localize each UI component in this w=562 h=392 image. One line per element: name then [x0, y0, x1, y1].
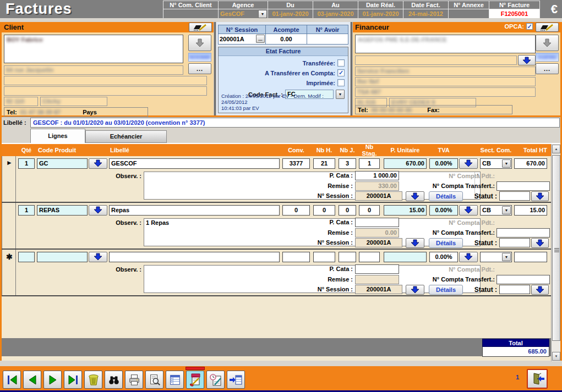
statut-arrow-button[interactable]	[531, 191, 549, 201]
total-ht-input[interactable]: 15.00	[514, 205, 547, 216]
session-arrow-button[interactable]	[406, 285, 424, 295]
conv-input[interactable]	[282, 252, 310, 262]
first-record-button[interactable]	[3, 371, 21, 389]
p-unitaire-input[interactable]	[384, 252, 427, 262]
client-city-field[interactable]: Clichy	[40, 97, 107, 106]
code-produit-arrow-button[interactable]	[89, 252, 107, 262]
tva-input[interactable]: 0.00%	[429, 252, 458, 262]
nb-h-input[interactable]: 0	[313, 205, 335, 216]
client-code-link[interactable]: NO03680	[188, 53, 211, 62]
tva-arrow-button[interactable]	[459, 158, 478, 169]
financeur-expand-button[interactable]	[536, 35, 559, 51]
session-value-field[interactable]: 200001A ...	[219, 34, 265, 45]
planning-button[interactable]	[206, 371, 225, 389]
exit-button[interactable]	[527, 369, 548, 389]
search-button[interactable]	[105, 371, 123, 389]
libelle-field[interactable]: GESCOF : du 01/01/2020 au 03/01/2020 (co…	[30, 118, 560, 128]
nb-j-input[interactable]: 0	[339, 205, 356, 216]
agence-select[interactable]: GesCOF ▼	[219, 9, 268, 19]
financeur-line3-field[interactable]: TSA 687	[355, 87, 536, 97]
p-unitaire-input[interactable]: 15.00	[384, 205, 427, 216]
client-browse-button[interactable]: ...	[188, 63, 211, 74]
client-edit-button[interactable]	[189, 23, 212, 32]
details-button[interactable]: Détails	[429, 238, 463, 248]
session-browse-button[interactable]: ...	[256, 35, 265, 43]
chevron-down-icon[interactable]: ▼	[258, 10, 267, 18]
client-address2-field[interactable]	[4, 76, 207, 85]
compta-transfert-input[interactable]	[496, 275, 550, 284]
code-produit-arrow-button[interactable]	[89, 158, 107, 169]
libelle-input[interactable]: Repas	[109, 205, 280, 216]
scrollbar-thumb[interactable]	[552, 155, 560, 341]
tva-input[interactable]: 0.00%	[429, 205, 458, 216]
statut-input[interactable]	[499, 285, 530, 294]
tva-input[interactable]: 0.00%	[429, 158, 458, 169]
avoir-value-field[interactable]	[307, 34, 348, 45]
num-annexe-value[interactable]	[449, 9, 489, 19]
goto-grid-button[interactable]	[227, 371, 245, 389]
au-value[interactable]: 03-janv-2020	[313, 9, 358, 19]
chevron-down-icon[interactable]: ▼	[502, 253, 511, 261]
qte-input[interactable]: 1	[18, 158, 35, 169]
qte-input[interactable]: 1	[18, 205, 35, 216]
transferee-checkbox[interactable]	[337, 59, 345, 67]
libelle-input[interactable]: GESCOF	[109, 158, 280, 169]
session-arrow-button[interactable]	[406, 191, 424, 201]
qte-input[interactable]	[18, 252, 35, 262]
p-cata-input[interactable]	[355, 264, 399, 274]
p-cata-input[interactable]	[355, 218, 399, 227]
nb-j-input[interactable]	[339, 252, 356, 262]
client-address-field[interactable]: 64 rue Jacquelin	[4, 65, 183, 75]
previous-record-button[interactable]	[23, 371, 41, 389]
p-cata-input[interactable]: 1 000.00	[355, 171, 399, 180]
total-ht-input[interactable]: 670.00	[514, 158, 547, 169]
financeur-code-link[interactable]: AGE092	[536, 53, 559, 62]
imprimee-checkbox[interactable]	[337, 79, 345, 86]
nb-stag-input[interactable]: 1	[359, 158, 380, 169]
total-ht-input[interactable]	[514, 252, 547, 262]
date-fact-value[interactable]: 24-mai-2012	[403, 9, 448, 19]
libelle-input[interactable]	[109, 252, 280, 262]
nb-stag-input[interactable]: 0	[359, 205, 380, 216]
code-produit-input[interactable]: GC	[37, 158, 88, 169]
row-selector[interactable]	[2, 203, 16, 249]
statut-input[interactable]	[499, 238, 530, 247]
financeur-line1-field[interactable]: Service Francilien	[355, 67, 536, 76]
details-button[interactable]: Détails	[429, 285, 463, 295]
session-arrow-button[interactable]	[406, 238, 424, 248]
p-unitaire-input[interactable]: 670.00	[384, 158, 427, 169]
compta-transfert-input[interactable]	[496, 228, 550, 238]
financeur-line2-field[interactable]: Rer Nef	[355, 77, 536, 86]
sect-com-select[interactable]: CB▼	[480, 158, 512, 169]
list-view-button[interactable]	[166, 371, 184, 389]
chevron-down-icon[interactable]: ▼	[502, 159, 511, 168]
nb-stag-input[interactable]	[359, 252, 380, 262]
nb-h-input[interactable]	[313, 252, 335, 262]
client-cp-field[interactable]: 92 110	[4, 97, 38, 106]
row-selector[interactable]: ✱	[2, 250, 16, 295]
date-real-value[interactable]: 01-janv-2020	[358, 9, 403, 19]
tab-lignes[interactable]: Lignes	[30, 129, 85, 143]
print-preview-button[interactable]	[145, 371, 163, 389]
next-record-button[interactable]	[43, 371, 62, 389]
tab-echeancier[interactable]: Echéancier	[85, 130, 167, 143]
scroll-down-button[interactable]: ▼	[552, 352, 560, 361]
row-selector[interactable]: ►	[2, 156, 16, 202]
statut-input[interactable]	[499, 191, 530, 201]
a-transferer-checkbox[interactable]: ✓	[337, 69, 345, 76]
tva-arrow-button[interactable]	[459, 205, 478, 216]
sect-com-select[interactable]: CB▼	[480, 205, 512, 216]
compta-transfert-input[interactable]	[496, 181, 550, 191]
delete-button[interactable]	[84, 371, 102, 389]
client-expand-button[interactable]	[188, 35, 211, 51]
client-name-box[interactable]: BOY Fabrice	[4, 35, 183, 63]
vertical-scrollbar[interactable]: ▲ ▼	[551, 144, 560, 361]
acompte-value-field[interactable]: 0.00	[266, 34, 307, 45]
num-com-client-value[interactable]	[163, 9, 218, 19]
nb-j-input[interactable]: 3	[339, 158, 356, 169]
scroll-up-button[interactable]: ▲	[552, 145, 560, 153]
code-produit-input[interactable]: REPAS	[37, 205, 88, 216]
sect-com-select[interactable]: ▼	[480, 252, 512, 262]
client-address3-field[interactable]	[4, 86, 207, 96]
statut-arrow-button[interactable]	[531, 285, 549, 295]
